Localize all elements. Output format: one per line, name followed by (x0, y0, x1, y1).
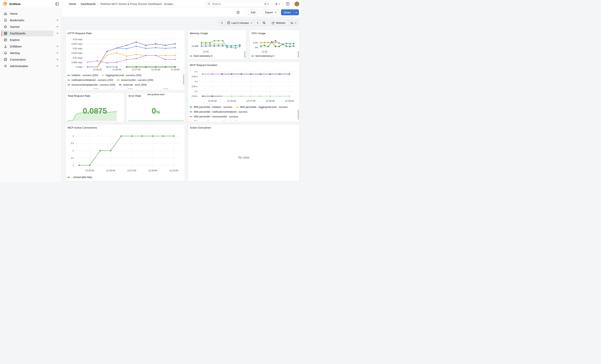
zoom-out-button[interactable] (260, 20, 268, 26)
chevron-down-icon[interactable] (56, 45, 59, 48)
panel-mcp-request-duration[interactable]: MCP Request Duration 12:25:0012:26:0012:… (188, 62, 300, 122)
chevron-down-icon[interactable] (56, 32, 59, 35)
sidebar-item-administration[interactable]: Administration (1, 63, 53, 69)
legend-item[interactable]: 95th percentile - initialize - success (190, 106, 232, 108)
connections-icon (4, 58, 7, 61)
time-range-forward-button[interactable] (254, 20, 260, 26)
sidebar-item-alerting[interactable]: Alerting (1, 50, 53, 56)
legend-item[interactable]: unknown - success (200) (137, 88, 169, 89)
legend-item[interactable]: tools/list - success (200) (102, 88, 133, 89)
sidebar-item-home[interactable]: Home (1, 11, 53, 17)
legend-item[interactable]: notifications/initialized - success (202… (67, 79, 113, 81)
sidebar-item-drilldown[interactable]: Drilldown (1, 43, 53, 49)
legend-series-color (67, 80, 70, 80)
legend-item[interactable]: resources/templates/list - success (200) (67, 83, 115, 86)
chevron-down-icon[interactable] (56, 19, 59, 21)
export-button[interactable]: Export (262, 9, 280, 15)
share-button[interactable]: Share (281, 9, 293, 15)
time-controls: Last 5 minutes Refresh 5s (219, 20, 299, 26)
legend-scrollbar[interactable] (244, 51, 245, 58)
breadcrumb-dashboards[interactable]: Dashboards (81, 2, 96, 6)
refresh-interval-picker[interactable]: 5s (289, 20, 299, 26)
sidebar-item-starred[interactable]: Starred (1, 24, 53, 30)
share-menu-chevron[interactable] (293, 9, 299, 15)
svg-text:2.50 s: 2.50 s (191, 95, 198, 97)
clock-icon (227, 21, 230, 24)
legend-item[interactable]: resources/list - success (200) (117, 79, 153, 81)
legend-item[interactable]: 95th percentile - logging/setLevel - suc… (236, 106, 288, 108)
panel-mcp-active-connections[interactable]: MCP Active Connections 12:25:0012:26:001… (66, 124, 185, 181)
svg-text:3: 3 (72, 135, 74, 137)
search-icon (208, 2, 210, 5)
panel-http-request-rate[interactable]: HTTP Request Rate 12:25:0012:26:0012:27:… (66, 30, 185, 90)
search-shortcut-hint: ⌘+k (264, 3, 269, 5)
legend-series-color (67, 84, 70, 85)
panel-error-rate[interactable]: Error Rate otel-grafana-dark 0% (127, 92, 185, 122)
legend-series-color (67, 75, 70, 76)
refresh-button[interactable]: Refresh (270, 20, 288, 26)
legend-scrollbar[interactable] (298, 51, 299, 58)
edit-button[interactable]: Edit (248, 9, 258, 15)
legend-item[interactable]: logging/setLevel - success (200) (101, 74, 141, 77)
svg-text:12:28:00: 12:28:00 (148, 169, 157, 172)
chevron-down-icon (295, 22, 297, 24)
legend-item[interactable]: tools/call - error (404) (119, 83, 147, 86)
svg-text:0.01 req/s: 0.01 req/s (73, 57, 82, 59)
legend-scrollbar[interactable] (183, 74, 184, 85)
svg-text:12:28:00: 12:28:00 (151, 68, 160, 71)
chevron-down-icon[interactable] (56, 51, 59, 54)
svg-text:2.5: 2.5 (71, 142, 74, 144)
legend-series-color (190, 107, 192, 108)
legend-item[interactable]: fetch-telemetry-0 (251, 55, 274, 58)
panel-memory-usage[interactable]: Memory Usage 12:2516 MiB fetch-telemetry… (188, 30, 246, 59)
legend-series-color (236, 107, 239, 108)
error-rate-sparkline (128, 119, 184, 121)
mcp-active-connections-chart: 12:25:0012:26:0012:27:0012:28:0012:29:00… (67, 130, 184, 175)
search-input-container[interactable]: ⌘+k (205, 1, 271, 7)
zoom-out-icon (262, 21, 266, 24)
sidebar-item-dashboards[interactable]: Dashboards (1, 30, 53, 36)
add-new-button[interactable] (274, 2, 281, 6)
panel-title: Total Request Rate (67, 94, 122, 98)
sidebar-row: Home (0, 10, 61, 17)
sidebar-row: Starred (0, 23, 61, 30)
panel-title: MCP Request Duration (190, 63, 298, 68)
legend-item[interactable]: 95th percentile - resources/templates/li… (190, 120, 250, 121)
time-range-picker[interactable]: Last 5 minutes (225, 20, 255, 26)
legend-item[interactable]: 95th percentile - resources/list - succe… (190, 115, 238, 118)
breadcrumb-home[interactable]: Home (69, 2, 76, 6)
svg-text:?: ? (287, 3, 288, 5)
sidebar-item-explore[interactable]: Explore (1, 37, 53, 43)
mcp-request-duration-chart: 12:25:0012:26:0012:27:0012:28:0012:29:00… (190, 68, 298, 104)
favorite-star-icon[interactable] (235, 10, 241, 15)
panel-active-goroutines[interactable]: Active Goroutines No data (188, 124, 300, 181)
time-range-back-button[interactable] (219, 20, 225, 26)
help-icon[interactable]: ? (285, 1, 290, 7)
drilldown-icon (4, 45, 7, 48)
legend-item[interactable]: - (streamable-http) (67, 176, 92, 179)
svg-text:12:29:00: 12:29:00 (171, 68, 180, 71)
legend-scrollbar[interactable] (298, 110, 299, 120)
sidebar-row: Explore (0, 37, 61, 43)
legend-series-color (119, 84, 122, 85)
grafana-logo-icon[interactable] (3, 2, 7, 6)
search-input[interactable] (212, 2, 264, 5)
bell-icon (4, 51, 7, 55)
svg-text:0%: 0% (255, 46, 258, 49)
chevron-down-icon[interactable] (56, 58, 59, 61)
svg-text:5 s: 5 s (195, 70, 198, 73)
sidebar-item-connections[interactable]: Connections (1, 57, 53, 63)
user-avatar[interactable] (295, 2, 299, 6)
panel-total-request-rate[interactable]: Total Request Rate 0.0875 (66, 92, 124, 122)
dock-sidebar-icon[interactable] (55, 2, 59, 6)
panel-cpu-usage[interactable]: CPU Usage 12:250.2%0% fetch-telemetry-0 (250, 30, 300, 59)
legend-item[interactable]: tools/call - success (200) (67, 88, 99, 89)
sidebar-item-bookmarks[interactable]: Bookmarks (1, 17, 53, 23)
chevron-down-icon[interactable] (56, 25, 59, 28)
svg-text:12:27:00: 12:27:00 (127, 169, 136, 172)
chevron-down-icon[interactable] (56, 65, 59, 67)
legend-item[interactable]: 95th percentile - notifications/initiali… (190, 110, 247, 113)
legend-item[interactable]: initialize - success (200) (67, 74, 98, 77)
legend-item[interactable]: fetch-telemetry-0 (190, 55, 212, 58)
sidebar-row: Dashboards (0, 30, 61, 37)
